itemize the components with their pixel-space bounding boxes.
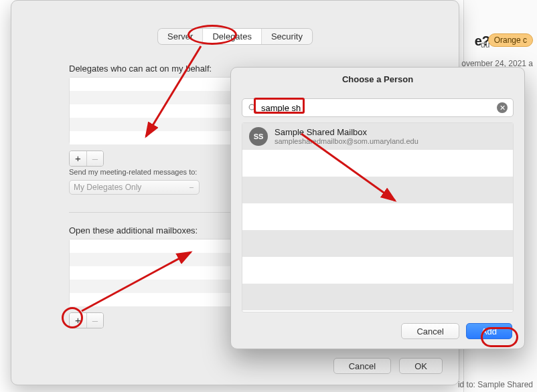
bg-domain-fragment: du	[481, 40, 489, 50]
svg-line-1	[254, 109, 256, 111]
sheet-cancel-button[interactable]: Cancel	[401, 323, 459, 339]
delegates-remove-button[interactable]: –	[86, 151, 103, 166]
additional-mailboxes-label: Open these additional mailboxes:	[69, 225, 198, 235]
delegates-add-button[interactable]: +	[70, 151, 86, 166]
search-result-row[interactable]: SS Sample Shared Mailbox samplesharedmai…	[242, 123, 513, 150]
search-input[interactable]	[260, 102, 497, 114]
search-icon	[248, 103, 257, 112]
mailboxes-remove-button[interactable]: –	[86, 313, 103, 328]
choose-person-sheet: Choose a Person ✕ SS Sample Shared Mailb…	[230, 67, 525, 349]
mailboxes-add-button[interactable]: +	[70, 313, 86, 328]
result-avatar: SS	[249, 127, 268, 146]
delegates-section-label: Delegates who can act on my behalf:	[69, 64, 212, 74]
sheet-title: Choose a Person	[231, 68, 524, 84]
clear-search-button[interactable]: ✕	[497, 102, 508, 113]
meeting-messages-value: My Delegates Only	[74, 183, 141, 192]
meeting-messages-dropdown[interactable]: My Delegates Only	[69, 180, 200, 195]
meeting-messages-label: Send my meeting-related messages to:	[69, 168, 197, 176]
tab-server[interactable]: Server	[158, 29, 202, 44]
tab-delegates[interactable]: Delegates	[202, 29, 261, 44]
bg-footer-fragment: id to: Sample Shared	[458, 380, 533, 389]
search-field-wrapper[interactable]: ✕	[242, 98, 514, 117]
tabs-segmented-control: Server Delegates Security	[158, 29, 312, 44]
main-cancel-button[interactable]: Cancel	[333, 358, 391, 374]
main-window-buttons: Cancel OK	[333, 358, 443, 374]
main-ok-button[interactable]: OK	[399, 358, 443, 374]
delegates-add-remove-group: + –	[69, 151, 104, 167]
search-results-list[interactable]: SS Sample Shared Mailbox samplesharedmai…	[242, 122, 514, 312]
mailboxes-add-remove-group: + –	[69, 312, 104, 328]
tab-security[interactable]: Security	[261, 29, 312, 44]
result-name: Sample Shared Mailbox	[275, 127, 418, 138]
sheet-add-button[interactable]: Add	[466, 323, 512, 339]
bg-category-badge: Orange c	[488, 33, 533, 47]
sheet-buttons: Cancel Add	[401, 323, 512, 339]
result-email: samplesharedmailbox@som.umaryland.edu	[275, 137, 418, 146]
